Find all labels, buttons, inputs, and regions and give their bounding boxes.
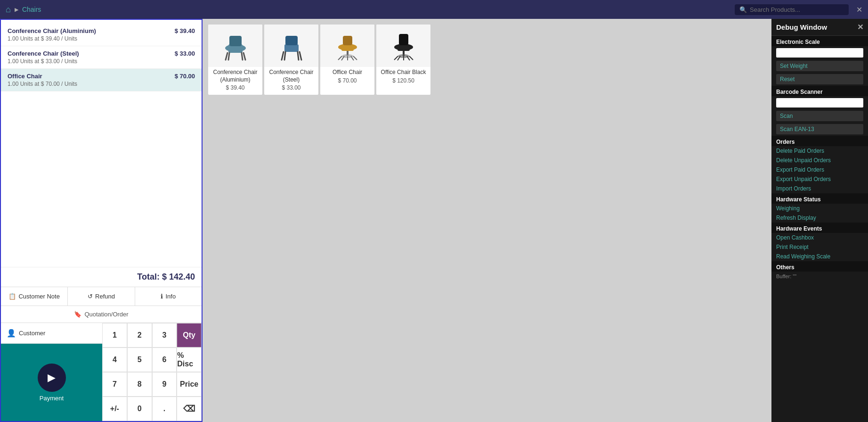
svg-line-9 <box>282 52 284 60</box>
product-image <box>208 25 262 67</box>
product-name: Office Chair Black <box>376 67 430 77</box>
svg-rect-8 <box>285 36 298 45</box>
breadcrumb-chairs[interactable]: Chairs <box>22 6 41 13</box>
product-price: $ 33.00 <box>264 84 318 91</box>
key-plusminus[interactable]: +/- <box>102 397 127 421</box>
svg-rect-24 <box>397 44 410 51</box>
chevron-right-icon: ▶ <box>48 372 56 384</box>
quotation-bar: 🔖 Quotation/Order <box>1 306 202 323</box>
key-7[interactable]: 7 <box>102 372 127 397</box>
product-card[interactable]: Office Chair $ 70.00 <box>320 25 374 95</box>
order-item-price: $ 39.40 <box>175 27 195 34</box>
debug-scan-ean13-button[interactable]: Scan EAN-13 <box>776 124 863 134</box>
svg-line-5 <box>228 53 229 60</box>
debug-weighing-button[interactable]: Weighing <box>771 204 868 213</box>
debug-set-weight-button[interactable]: Set Weight <box>776 61 863 71</box>
debug-refresh-display-button[interactable]: Refresh Display <box>771 213 868 223</box>
debug-hardware-status-label: Hardware Status <box>771 193 868 204</box>
close-icon[interactable]: ✕ <box>856 5 862 14</box>
top-bar: ⌂ ▶ Chairs 🔍 ✕ <box>0 0 868 19</box>
order-item[interactable]: Conference Chair (Steel) $ 33.00 1.00 Un… <box>1 46 202 69</box>
svg-line-4 <box>243 53 245 60</box>
left-panel: Conference Chair (Aluminium) $ 39.40 1.0… <box>0 19 203 422</box>
key-4[interactable]: 4 <box>102 348 127 372</box>
key-9[interactable]: 9 <box>152 372 177 397</box>
key-price[interactable]: Price <box>177 372 202 397</box>
payment-button-wrap: ▶ Payment <box>32 344 72 421</box>
debug-import-orders-button[interactable]: Import Orders <box>771 184 868 193</box>
debug-read-weighing-button[interactable]: Read Weighing Scale <box>771 252 868 261</box>
debug-window: Debug Window ✕ Electronic Scale Set Weig… <box>771 19 868 422</box>
debug-electronic-scale-label: Electronic Scale <box>771 36 868 46</box>
numpad-area: 👤 Customer ▶ Payment 1 2 3 Qty 4 5 6 % <box>1 323 202 421</box>
product-image <box>376 25 430 67</box>
order-item-sub: 1.00 Units at $ 39.40 / Units <box>8 35 195 42</box>
svg-rect-2 <box>229 36 242 46</box>
key-1[interactable]: 1 <box>102 323 127 348</box>
product-card[interactable]: Conference Chair (Steel) $ 33.00 <box>264 25 318 95</box>
key-backspace[interactable]: ⌫ <box>177 397 202 421</box>
total-bar: Total: $ 142.40 <box>1 267 202 287</box>
info-button[interactable]: ℹ Info <box>135 287 202 306</box>
refund-button[interactable]: ↺ Refund <box>68 287 135 306</box>
debug-buffer: Buffer: "" <box>771 272 868 281</box>
debug-export-paid-button[interactable]: Export Paid Orders <box>771 165 868 174</box>
product-grid: Conference Chair (Aluminium) $ 39.40 Con… <box>208 25 766 95</box>
key-3[interactable]: 3 <box>152 323 177 348</box>
key-qty[interactable]: Qty <box>177 323 202 348</box>
info-icon: ℹ <box>161 293 163 300</box>
customer-note-label: Customer Note <box>18 293 59 300</box>
order-item-name: Conference Chair (Aluminium) <box>8 27 96 34</box>
customer-note-button[interactable]: 📋 Customer Note <box>1 287 68 306</box>
key-0[interactable]: 0 <box>127 397 152 421</box>
debug-header: Debug Window ✕ <box>771 19 868 36</box>
debug-print-receipt-button[interactable]: Print Receipt <box>771 242 868 252</box>
product-card[interactable]: Conference Chair (Aluminium) $ 39.40 <box>208 25 262 95</box>
key-6[interactable]: 6 <box>152 348 177 372</box>
debug-barcode-input[interactable] <box>776 98 863 108</box>
debug-barcode-input-row <box>771 96 868 109</box>
order-item[interactable]: Office Chair $ 70.00 1.00 Units at $ 70.… <box>1 69 202 91</box>
product-area: Conference Chair (Aluminium) $ 39.40 Con… <box>203 19 771 422</box>
product-name: Conference Chair (Aluminium) <box>208 67 262 84</box>
refund-label: Refund <box>95 293 115 300</box>
numpad-grid: 1 2 3 Qty 4 5 6 % Disc 7 8 9 Price +/- 0… <box>102 323 202 421</box>
customer-row[interactable]: 👤 Customer <box>1 323 102 344</box>
debug-export-unpaid-button[interactable]: Export Unpaid Orders <box>771 174 868 184</box>
debug-delete-paid-button[interactable]: Delete Paid Orders <box>771 146 868 156</box>
product-image <box>264 25 318 67</box>
svg-line-18 <box>338 56 342 60</box>
product-card[interactable]: Office Chair Black $ 120.50 <box>376 25 430 95</box>
key-pct-disc[interactable]: % Disc <box>177 348 202 372</box>
svg-rect-14 <box>341 44 354 51</box>
debug-scale-input[interactable] <box>776 48 863 58</box>
svg-rect-15 <box>343 36 352 45</box>
debug-hardware-events-label: Hardware Events <box>771 223 868 233</box>
key-5[interactable]: 5 <box>127 348 152 372</box>
payment-button[interactable]: ▶ <box>38 364 66 392</box>
home-icon[interactable]: ⌂ <box>6 5 11 15</box>
debug-reset-button[interactable]: Reset <box>776 74 863 84</box>
quotation-order-button[interactable]: 🔖 Quotation/Order <box>74 311 128 318</box>
refund-icon: ↺ <box>88 293 93 300</box>
debug-close-button[interactable]: ✕ <box>857 23 863 32</box>
key-2[interactable]: 2 <box>127 323 152 348</box>
order-item-sub: 1.00 Units at $ 70.00 / Units <box>8 81 195 87</box>
svg-rect-25 <box>399 34 408 45</box>
svg-line-10 <box>300 52 301 60</box>
debug-scan-button[interactable]: Scan <box>776 111 863 121</box>
search-input[interactable] <box>750 6 844 13</box>
search-box: 🔍 <box>735 4 849 15</box>
key-dot[interactable]: . <box>152 397 177 421</box>
svg-line-6 <box>242 53 243 60</box>
order-item-name: Office Chair <box>8 73 42 80</box>
breadcrumb-arrow: ▶ <box>15 7 18 13</box>
quotation-icon: 🔖 <box>74 311 81 318</box>
product-price: $ 70.00 <box>320 77 374 84</box>
key-8[interactable]: 8 <box>127 372 152 397</box>
debug-delete-unpaid-button[interactable]: Delete Unpaid Orders <box>771 156 868 165</box>
svg-line-28 <box>394 56 398 60</box>
debug-open-cashbox-button[interactable]: Open Cashbox <box>771 233 868 242</box>
debug-barcode-label: Barcode Scanner <box>771 86 868 96</box>
order-item[interactable]: Conference Chair (Aluminium) $ 39.40 1.0… <box>1 24 202 46</box>
